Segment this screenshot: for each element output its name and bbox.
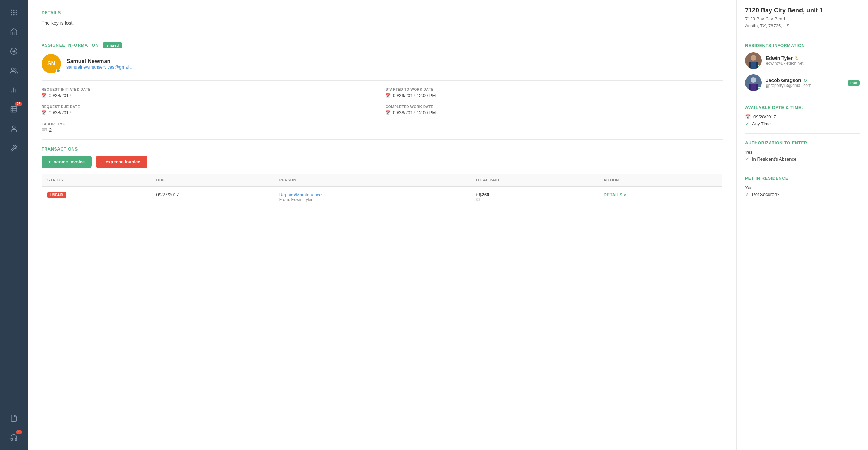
sidebar-icon-headset[interactable]: 1 xyxy=(3,429,24,447)
center-content: DETAILS The key is lost. ASSIGNEE INFORM… xyxy=(28,0,736,450)
svg-point-19 xyxy=(751,55,756,61)
available-date-value: 📅 09/28/2017 xyxy=(745,114,860,119)
sidebar-icon-chart[interactable] xyxy=(3,81,24,99)
assignee-info: Samuel Newman samuelnewmanservices@gmail… xyxy=(66,58,134,70)
col-header-action: ACTION xyxy=(598,174,723,187)
col-header-person: PERSON xyxy=(274,174,470,187)
available-datetime-section: AVAILABLE DATE & TIME: 📅 09/28/2017 ✓ An… xyxy=(745,105,860,126)
sidebar-icon-person[interactable] xyxy=(3,120,24,138)
svg-point-3 xyxy=(11,12,12,13)
svg-point-5 xyxy=(16,12,17,13)
resident-name-2: Jacob Gragson ↻ xyxy=(766,78,843,83)
resident-row-1: Edwin Tyler ↻ edwin@ukietech.net xyxy=(745,52,860,69)
row-due: 09/27/2017 xyxy=(151,187,274,208)
resident-shared-badge: true xyxy=(848,80,860,86)
details-text: The key is lost. xyxy=(42,19,723,27)
available-cal-icon: 📅 xyxy=(745,114,751,119)
resident-online-1 xyxy=(758,65,761,69)
sidebar-icon-people[interactable] xyxy=(3,62,24,80)
transactions-label: TRANSACTIONS xyxy=(42,147,723,152)
cal-icon-4: 📅 xyxy=(386,110,391,115)
sidebar-icon-grid[interactable] xyxy=(3,3,24,21)
check-icon-1: ✓ xyxy=(745,121,749,126)
main-wrapper: DETAILS The key is lost. ASSIGNEE INFORM… xyxy=(28,0,868,450)
resident-info-2: Jacob Gragson ↻ gproperty13@gmail.com xyxy=(766,78,843,88)
sidebar-icon-tasks[interactable]: 26 xyxy=(3,100,24,118)
labor-section: LABOR TIME ⌨ 2 xyxy=(42,122,723,133)
right-divider-3 xyxy=(745,133,860,134)
started-work-label: STARTED TO WORK DATE xyxy=(386,88,723,91)
keyboard-icon: ⌨ xyxy=(42,128,47,132)
sidebar-icon-home[interactable] xyxy=(3,23,24,41)
col-header-status: STATUS xyxy=(42,174,151,187)
authorization-section: AUTHORIZATION TO ENTER Yes ✓ In Resident… xyxy=(745,141,860,162)
transactions-table: STATUS DUE PERSON TOTAL/PAID ACTION UNPA… xyxy=(42,173,723,208)
completed-work-label: COMPLETED WORK DATE xyxy=(386,105,723,109)
labor-time-value: ⌨ 2 xyxy=(42,127,723,133)
dates-grid: REQUEST INITIATED DATE 📅 09/28/2017 STAR… xyxy=(42,88,723,115)
right-divider-4 xyxy=(745,169,860,169)
divider-1 xyxy=(42,35,723,35)
request-due-value: 📅 09/28/2017 xyxy=(42,110,379,115)
svg-point-18 xyxy=(12,126,15,128)
expense-invoice-button[interactable]: - expense invoice xyxy=(96,156,147,168)
cal-icon-1: 📅 xyxy=(42,93,47,98)
completed-work-date: COMPLETED WORK DATE 📅 09/28/2017 12:00 P… xyxy=(386,105,723,115)
check-icon-3: ✓ xyxy=(745,191,749,197)
authorization-yes: Yes xyxy=(745,150,860,155)
sidebar-icon-transfer[interactable] xyxy=(3,42,24,60)
person-from: From: Edwin Tyler xyxy=(279,197,464,202)
assignee-email[interactable]: samuelnewmanservices@gmail... xyxy=(66,64,134,70)
transactions-section: TRANSACTIONS + income invoice - expense … xyxy=(42,147,723,208)
sidebar-icon-help[interactable] xyxy=(3,409,24,427)
svg-point-10 xyxy=(12,68,14,70)
residents-section: RESIDENTS INFORMATION xyxy=(745,43,860,91)
details-link[interactable]: DETAILS > xyxy=(604,192,626,197)
authorization-check-item: ✓ In Resident's Absence xyxy=(745,156,860,162)
row-action: DETAILS > xyxy=(598,187,723,208)
assignee-shared-badge: shared xyxy=(103,42,122,48)
request-initiated-date: REQUEST INITIATED DATE 📅 09/28/2017 xyxy=(42,88,379,98)
svg-point-1 xyxy=(13,10,15,11)
sidebar: 26 1 xyxy=(0,0,28,450)
assignee-initials: SN xyxy=(47,61,55,67)
pet-check-item: ✓ Pet Secured? xyxy=(745,191,860,197)
labor-time-label: LABOR TIME xyxy=(42,122,723,126)
residents-section-label: RESIDENTS INFORMATION xyxy=(745,43,860,48)
divider-3 xyxy=(42,140,723,140)
pet-section: PET IN RESIDENCE Yes ✓ Pet Secured? xyxy=(745,176,860,197)
svg-rect-21 xyxy=(749,62,751,69)
authorization-label: AUTHORIZATION TO ENTER xyxy=(745,141,860,145)
check-icon-2: ✓ xyxy=(745,156,749,162)
resident-info-1: Edwin Tyler ↻ edwin@ukietech.net xyxy=(766,55,803,66)
unpaid-badge: UNPAID xyxy=(47,192,66,198)
cal-icon-3: 📅 xyxy=(42,110,47,115)
completed-work-value: 📅 09/28/2017 12:00 PM xyxy=(386,110,723,115)
property-title: 7120 Bay City Bend, unit 1 xyxy=(745,7,860,14)
cal-icon-2: 📅 xyxy=(386,93,391,98)
svg-rect-25 xyxy=(749,84,751,91)
assignee-row: SN Samuel Newman samuelnewmanservices@gm… xyxy=(42,54,723,73)
assignee-section: ASSIGNEE INFORMATION shared SN Samuel Ne… xyxy=(42,42,723,73)
person-link[interactable]: Repairs/Maintenance xyxy=(279,192,464,197)
request-initiated-value: 📅 09/28/2017 xyxy=(42,93,379,98)
resident-row-2: Jacob Gragson ↻ gproperty13@gmail.com tr… xyxy=(745,74,860,91)
sidebar-icon-wrench[interactable] xyxy=(3,139,24,157)
row-total: + $260 $0 xyxy=(470,187,598,208)
resident-email-2: gproperty13@gmail.com xyxy=(766,83,843,88)
started-work-date: STARTED TO WORK DATE 📅 09/29/2017 12:00 … xyxy=(386,88,723,98)
right-divider-2 xyxy=(745,98,860,98)
right-panel: 7120 Bay City Bend, unit 1 7120 Bay City… xyxy=(736,0,868,450)
tasks-badge: 26 xyxy=(15,102,22,106)
available-time-item: ✓ Any Time xyxy=(745,121,860,126)
income-invoice-button[interactable]: + income invoice xyxy=(42,156,92,168)
assignee-online-dot xyxy=(56,69,60,73)
row-person: Repairs/Maintenance From: Edwin Tyler xyxy=(274,187,470,208)
details-section: DETAILS The key is lost. xyxy=(42,10,723,27)
total-paid: $0 xyxy=(475,197,592,202)
pet-yes: Yes xyxy=(745,185,860,190)
resident-name-1: Edwin Tyler ↻ xyxy=(766,55,803,61)
col-header-due: DUE xyxy=(151,174,274,187)
svg-point-2 xyxy=(16,10,17,11)
resident-online-icon-2: ↻ xyxy=(803,78,807,83)
